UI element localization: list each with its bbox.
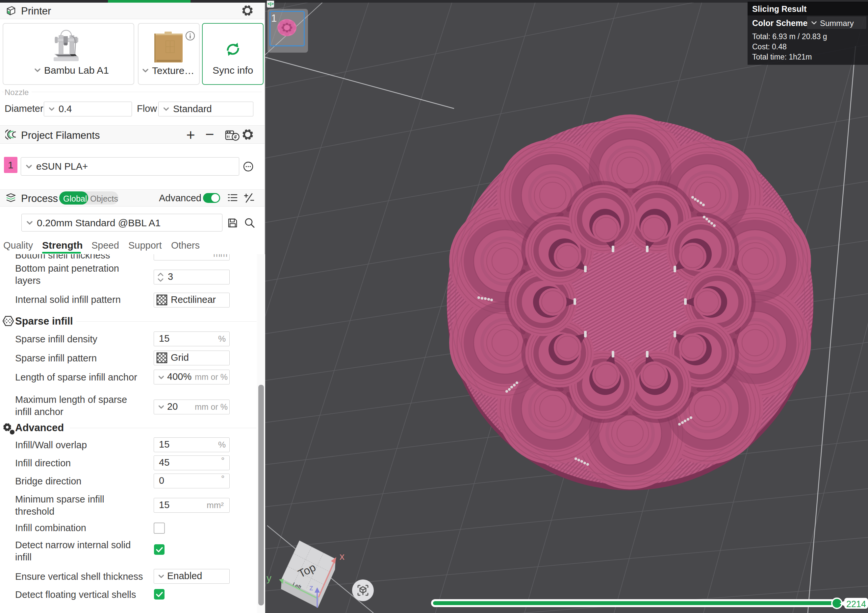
svg-text:y: y	[267, 573, 271, 584]
svg-text:x: x	[339, 551, 344, 562]
svg-text:z: z	[309, 583, 313, 592]
